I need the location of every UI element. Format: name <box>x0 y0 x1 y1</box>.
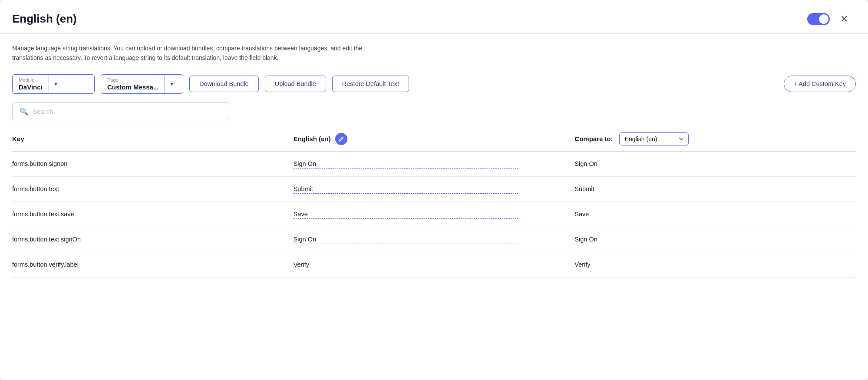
table-header: Key English (en) Compare to: English (en… <box>12 128 856 152</box>
modal-container: English (en) ✕ Manage language string tr… <box>0 0 868 380</box>
module-label-text: Module <box>19 77 43 83</box>
upload-bundle-button[interactable]: Upload Bundle <box>265 76 326 92</box>
search-bar: 🔍 <box>12 102 229 120</box>
search-icon: 🔍 <box>20 107 28 116</box>
edit-lang-icon[interactable] <box>335 133 347 145</box>
header-right: ✕ <box>807 13 851 25</box>
table-row: forms.button.text.signOn Sign On <box>12 227 856 252</box>
module-select-arrow[interactable]: ▾ <box>49 75 63 93</box>
table-body: forms.button.signon Sign On forms.button… <box>12 152 856 278</box>
modal-title: English (en) <box>12 12 77 26</box>
compare-label: Compare to: <box>574 135 613 142</box>
cell-key-3: forms.button.text.signOn <box>12 236 294 243</box>
table-row: forms.button.text Submit <box>12 177 856 202</box>
page-select-arrow[interactable]: ▾ <box>165 75 178 93</box>
module-select-label: Module DaVinci <box>13 75 49 93</box>
cell-compare-3: Sign On <box>574 236 856 243</box>
toolbar: Module DaVinci ▾ Page Custom Messa... ▾ … <box>0 71 868 101</box>
table-row: forms.button.signon Sign On <box>12 152 856 177</box>
search-bar-section: 🔍 <box>0 101 868 128</box>
page-select-group[interactable]: Page Custom Messa... ▾ <box>101 74 183 94</box>
table-section: Key English (en) Compare to: English (en… <box>0 128 868 380</box>
cell-value-input-4[interactable] <box>294 260 518 269</box>
cell-key-2: forms.button.text.save <box>12 211 294 218</box>
cell-value-input-0[interactable] <box>294 159 518 169</box>
col-lang-header: English (en) <box>294 133 575 145</box>
enable-toggle[interactable] <box>807 13 830 25</box>
cell-compare-4: Verify <box>574 261 856 268</box>
modal-header: English (en) ✕ <box>0 0 868 34</box>
cell-value-3 <box>294 235 575 244</box>
cell-compare-2: Save <box>574 211 856 218</box>
col-key-header: Key <box>12 135 294 142</box>
restore-default-button[interactable]: Restore Default Text <box>332 76 409 92</box>
page-label-text: Page <box>107 77 158 83</box>
table-row: forms.button.text.save Save <box>12 202 856 227</box>
col-lang-label: English (en) <box>294 135 331 142</box>
download-bundle-button[interactable]: Download Bundle <box>189 76 259 92</box>
cell-value-0 <box>294 159 575 169</box>
module-select-group[interactable]: Module DaVinci ▾ <box>12 74 95 94</box>
modal-description: Manage language string translations. You… <box>0 34 391 71</box>
cell-compare-1: Submit <box>574 185 856 192</box>
table-row: forms.button.verify.label Verify <box>12 252 856 278</box>
cell-value-input-1[interactable] <box>294 185 518 194</box>
search-input[interactable] <box>33 108 222 115</box>
col-compare-header: Compare to: English (en) French (fr) Spa… <box>574 132 856 145</box>
close-button[interactable]: ✕ <box>838 13 851 25</box>
cell-key-1: forms.button.text <box>12 185 294 192</box>
toggle-wrapper <box>807 13 830 25</box>
compare-select[interactable]: English (en) French (fr) Spanish (es) Ge… <box>619 132 689 145</box>
module-value-text: DaVinci <box>19 83 43 91</box>
cell-value-1 <box>294 185 575 194</box>
cell-compare-0: Sign On <box>574 160 856 167</box>
cell-key-4: forms.button.verify.label <box>12 261 294 268</box>
cell-value-4 <box>294 260 575 269</box>
page-select-label: Page Custom Messa... <box>101 75 165 93</box>
page-value-text: Custom Messa... <box>107 83 158 91</box>
cell-value-input-2[interactable] <box>294 210 518 219</box>
cell-value-2 <box>294 210 575 219</box>
add-custom-key-button[interactable]: + Add Custom Key <box>784 76 856 92</box>
cell-value-input-3[interactable] <box>294 235 518 244</box>
cell-key-0: forms.button.signon <box>12 160 294 167</box>
